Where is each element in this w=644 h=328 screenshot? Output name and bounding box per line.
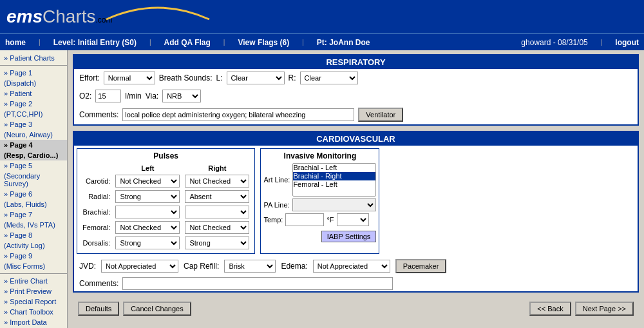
content-area: RESPIRATORY Effort: Normal Breath Sounds… (68, 50, 644, 328)
navbar: home | Level: Initial Entry (S0) | Add Q… (0, 34, 644, 50)
table-row: Carotid: Not CheckedStrongWeakAbsent Not… (80, 173, 252, 189)
nav-patient: Pt: JoAnn Doe (317, 38, 370, 47)
pulses-table: Left Right Carotid: Not CheckedStrongWea… (80, 163, 252, 251)
nav-home[interactable]: home (5, 38, 26, 47)
table-row: Radial: Not CheckedStrongWeakAbsent Not … (80, 189, 252, 204)
sidebar-item-entire-chart[interactable]: » Entire Chart (0, 276, 67, 286)
sidebar-item-page1-sub[interactable]: (Dispatch) (0, 78, 67, 88)
nav-user-date: ghoward - 08/31/05 (521, 38, 587, 47)
table-row: Brachial: Not CheckedStrongWeakAbsent No… (80, 204, 252, 220)
ventilator-button[interactable]: Ventilator (358, 108, 403, 122)
radial-left-select[interactable]: Not CheckedStrongWeakAbsent (115, 190, 180, 203)
sidebar-item-page7[interactable]: » Page 7 (0, 209, 67, 220)
dorsalis-left-select[interactable]: Not CheckedStrongWeakAbsent (115, 236, 180, 249)
carotid-right-select[interactable]: Not CheckedStrongWeakAbsent (185, 175, 249, 188)
sidebar-item-page2[interactable]: » Page 2 (0, 99, 67, 109)
art-line-label: Art Line: (263, 176, 290, 184)
sidebar-item-special-report[interactable]: » Special Report (0, 296, 67, 307)
pa-line-label: PA Line: (263, 201, 289, 209)
back-button[interactable]: << Back (529, 302, 571, 316)
sidebar-item-chart-toolbox[interactable]: » Chart Toolbox (0, 307, 67, 317)
cardio-inner: Pulses Left Right Carotid: (74, 146, 638, 256)
sidebar-item-page9-sub[interactable]: (Misc Forms) (0, 261, 67, 271)
iabp-button[interactable]: IABP Settings (321, 231, 377, 242)
sidebar-item-import-data[interactable]: » Import Data (0, 317, 67, 327)
cardio-bottom-row: JVD: Not Appreciated Appreciated Cap Ref… (74, 256, 638, 276)
brachial-left-select[interactable]: Not CheckedStrongWeakAbsent (115, 206, 180, 218)
femoral-label: Femoral: (80, 220, 113, 235)
carotid-left-select[interactable]: Not CheckedStrongWeakAbsent (115, 175, 180, 188)
app-header: emsCharts.com (0, 0, 644, 34)
sidebar-item-page3[interactable]: » Page 3 (0, 119, 67, 130)
invasive-monitoring-box: Invasive Monitoring Art Line: Brachial -… (260, 148, 379, 254)
effort-select[interactable]: Normal (104, 72, 155, 84)
breath-sounds-left-select[interactable]: Clear (227, 72, 285, 84)
sidebar: » Patient Charts » Page 1 (Dispatch) » P… (0, 50, 68, 328)
temp-unit-select[interactable] (337, 213, 369, 226)
temp-input[interactable] (285, 213, 324, 226)
sidebar-item-page3-sub[interactable]: (Neuro, Airway) (0, 130, 67, 140)
table-row: Femoral: Not CheckedStrongWeakAbsent Not… (80, 220, 252, 235)
sidebar-item-page4[interactable]: » Page 4 (0, 140, 67, 150)
footer-right: << Back Next Page >> (529, 302, 634, 316)
resp-comments-label: Comments: (79, 110, 118, 119)
cancel-changes-button[interactable]: Cancel Changes (123, 302, 191, 316)
sidebar-item-page4-sub[interactable]: (Resp, Cardio...) (0, 150, 67, 160)
right-label: R: (289, 73, 296, 82)
breath-sounds-right-select[interactable]: Clear (300, 72, 358, 84)
brachial-label: Brachial: (80, 204, 113, 220)
resp-comments-input[interactable] (122, 108, 354, 121)
sidebar-item-page5-sub[interactable]: (Secondary Survey) (0, 171, 67, 189)
sidebar-item-page6-sub[interactable]: (Labs, Fluids) (0, 199, 67, 209)
cardio-comments-row: Comments: (74, 276, 638, 291)
pa-line-row: PA Line: (263, 198, 376, 211)
dorsalis-label: Dorsalis: (80, 235, 113, 251)
sidebar-item-page9[interactable]: » Page 9 (0, 251, 67, 261)
breath-sounds-label: Breath Sounds: (159, 73, 213, 82)
iabp-row: IABP Settings (263, 228, 376, 242)
jvd-select[interactable]: Not Appreciated Appreciated (101, 260, 178, 273)
sidebar-item-page2-sub[interactable]: (PT,CC,HPI) (0, 109, 67, 119)
radial-right-select[interactable]: Not CheckedStrongWeakAbsent (185, 190, 249, 203)
main-layout: » Patient Charts » Page 1 (Dispatch) » P… (0, 50, 644, 328)
sidebar-divider-1 (0, 65, 67, 66)
cap-refill-select[interactable]: Brisk Slow Absent (224, 260, 276, 273)
cardio-comments-input[interactable] (122, 277, 393, 290)
logo-charts: Charts (43, 6, 95, 27)
via-select[interactable]: NRB (162, 90, 201, 102)
sidebar-item-page8-sub[interactable]: (Activity Log) (0, 240, 67, 251)
femoral-left-select[interactable]: Not CheckedStrongWeakAbsent (115, 221, 180, 234)
edema-select[interactable]: Not Appreciated Appreciated (313, 260, 390, 273)
sidebar-item-page1[interactable]: » Page 1 (0, 68, 67, 78)
respiratory-row2: O2: l/min Via: NRB (74, 87, 638, 105)
sidebar-item-page7-sub[interactable]: (Meds, IVs PTA) (0, 220, 67, 230)
sidebar-item-patient-charts[interactable]: » Patient Charts (0, 53, 67, 63)
cardiovascular-section: CARDIOVASCULAR Pulses Left Right (73, 131, 639, 293)
sidebar-item-page8[interactable]: » Page 8 (0, 230, 67, 240)
o2-input[interactable] (95, 90, 121, 102)
respiratory-section: RESPIRATORY Effort: Normal Breath Sounds… (73, 54, 639, 126)
femoral-right-select[interactable]: Not CheckedStrongWeakAbsent (185, 221, 249, 234)
logo: emsCharts.com (6, 6, 113, 27)
o2-label: O2: (79, 92, 91, 101)
sidebar-item-print-preview[interactable]: » Print Preview (0, 286, 67, 296)
sidebar-item-page6[interactable]: » Page 6 (0, 189, 67, 199)
nav-logout[interactable]: logout (615, 38, 639, 47)
nav-view-flags[interactable]: View Flags (6) (238, 38, 289, 47)
pa-line-select[interactable] (292, 198, 376, 211)
sidebar-item-page5[interactable]: » Page 5 (0, 160, 67, 171)
cardio-comments-label: Comments: (79, 279, 118, 288)
pulses-title: Pulses (80, 151, 252, 160)
brachial-right-select[interactable]: Not CheckedStrongWeakAbsent (185, 206, 249, 218)
dorsalis-right-select[interactable]: Not CheckedStrongWeakAbsent (185, 236, 249, 249)
art-line-listbox[interactable]: Brachial - Left Brachial - Right Femoral… (292, 163, 376, 197)
via-label: Via: (146, 92, 158, 101)
temp-row: Temp: °F (263, 213, 376, 226)
respiratory-comments-row: Comments: Ventilator (74, 105, 638, 124)
sidebar-divider-2 (0, 273, 67, 274)
nav-add-qa[interactable]: Add QA Flag (164, 38, 211, 47)
next-page-button[interactable]: Next Page >> (575, 302, 634, 316)
defaults-button[interactable]: Defaults (78, 302, 119, 316)
pacemaker-button[interactable]: Pacemaker (395, 259, 447, 273)
sidebar-item-patient[interactable]: » Patient (0, 88, 67, 99)
